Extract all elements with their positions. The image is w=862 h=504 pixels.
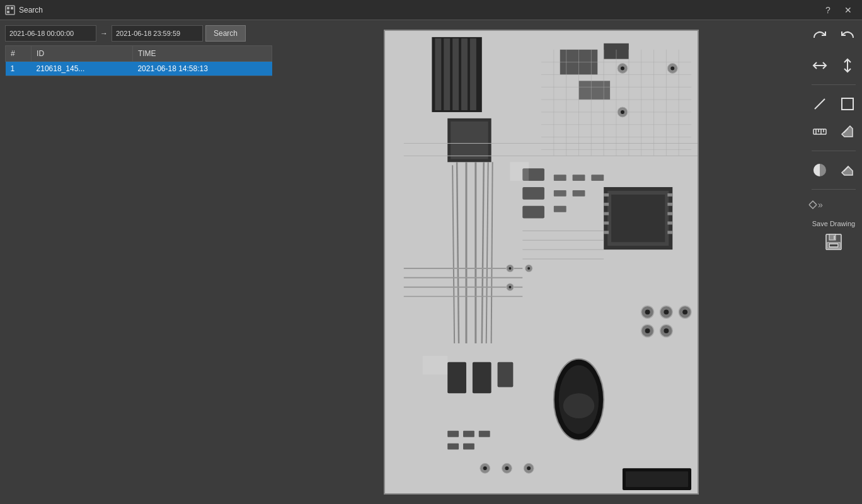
svg-rect-100 — [479, 431, 490, 437]
date-from-input[interactable] — [5, 25, 96, 42]
svg-point-87 — [645, 309, 650, 314]
svg-rect-12 — [451, 122, 488, 159]
separator-3 — [812, 189, 856, 190]
svg-point-93 — [645, 328, 650, 333]
svg-rect-98 — [447, 431, 459, 437]
svg-rect-65 — [667, 193, 672, 197]
svg-rect-75 — [498, 362, 514, 387]
save-drawing-section: Save Drawing — [812, 220, 855, 253]
flip-tools — [808, 54, 859, 77]
search-button[interactable]: Search — [205, 25, 246, 42]
svg-rect-116 — [423, 356, 448, 375]
cell-num: 1 — [6, 62, 32, 76]
window-title: Search — [19, 6, 43, 14]
svg-rect-1 — [7, 7, 9, 9]
svg-point-43 — [621, 67, 624, 71]
svg-rect-66 — [667, 203, 672, 206]
svg-rect-62 — [604, 212, 609, 215]
svg-rect-54 — [554, 190, 566, 197]
col-id: ID — [32, 46, 133, 62]
rotate-tools — [808, 26, 859, 49]
svg-rect-59 — [611, 195, 665, 242]
search-bar: → Search — [5, 25, 272, 42]
separator-2 — [812, 151, 856, 151]
svg-rect-68 — [667, 222, 672, 225]
window-icon — [5, 5, 15, 15]
save-drawing-label: Save Drawing — [812, 220, 855, 228]
svg-rect-50 — [522, 206, 544, 219]
fill-tools — [808, 159, 859, 181]
ruler-button[interactable] — [808, 120, 831, 143]
svg-line-119 — [815, 99, 825, 109]
cell-id: 210618_145... — [32, 62, 133, 76]
svg-rect-101 — [447, 444, 459, 450]
svg-rect-55 — [573, 190, 585, 197]
svg-rect-67 — [667, 212, 672, 215]
svg-point-91 — [682, 309, 687, 314]
image-container — [384, 30, 699, 495]
svg-point-47 — [621, 110, 624, 114]
svg-point-112 — [505, 466, 509, 470]
rotate-cw-button[interactable] — [808, 26, 831, 49]
svg-point-95 — [664, 328, 669, 333]
measure-tools — [808, 120, 859, 143]
rotate-ccw-button[interactable] — [836, 26, 859, 49]
save-drawing-button[interactable] — [822, 231, 845, 253]
svg-rect-6 — [435, 38, 441, 110]
svg-rect-8 — [452, 38, 459, 110]
svg-rect-73 — [447, 362, 466, 394]
svg-rect-51 — [554, 175, 566, 181]
svg-rect-49 — [522, 187, 544, 200]
line-tool-button[interactable] — [808, 93, 831, 115]
svg-rect-63 — [604, 222, 609, 225]
results-table: # ID TIME 1210618_145...2021-06-18 14:58… — [5, 45, 272, 76]
svg-rect-69 — [667, 231, 672, 234]
svg-rect-120 — [842, 98, 853, 110]
date-to-input[interactable] — [112, 25, 203, 42]
draw-tools — [808, 93, 859, 115]
svg-point-114 — [527, 466, 531, 470]
left-panel: → Search # ID TIME 1210618_145...2021-06… — [0, 20, 277, 504]
pcb-image — [385, 31, 698, 493]
center-panel — [277, 20, 805, 504]
titlebar-controls: ? ✕ — [819, 1, 857, 19]
flip-horizontal-button[interactable] — [808, 54, 831, 77]
svg-point-81 — [509, 267, 511, 270]
help-button[interactable]: ? — [819, 1, 837, 19]
separator-1 — [812, 84, 856, 85]
svg-rect-61 — [604, 203, 609, 206]
col-time: TIME — [132, 46, 272, 62]
svg-rect-22 — [579, 81, 611, 100]
date-arrow: → — [99, 29, 109, 38]
collapse-panel-button[interactable]: » — [808, 197, 823, 212]
svg-rect-115 — [510, 162, 529, 181]
close-button[interactable]: ✕ — [839, 1, 857, 19]
svg-rect-10 — [470, 38, 476, 110]
flip-vertical-button[interactable] — [836, 54, 859, 77]
svg-rect-121 — [813, 129, 826, 134]
rect-tool-button[interactable] — [836, 93, 859, 115]
svg-point-110 — [483, 466, 487, 470]
titlebar-left: Search — [5, 5, 43, 15]
table-body: 1210618_145...2021-06-18 14:58:13 — [6, 62, 272, 76]
cell-time: 2021-06-18 14:58:13 — [132, 62, 272, 76]
svg-point-83 — [527, 267, 530, 270]
table-row[interactable]: 1210618_145...2021-06-18 14:58:13 — [6, 62, 272, 76]
svg-rect-52 — [573, 175, 585, 181]
svg-rect-56 — [554, 206, 566, 212]
svg-rect-53 — [591, 175, 604, 181]
main-layout: → Search # ID TIME 1210618_145...2021-06… — [0, 20, 862, 504]
svg-rect-2 — [11, 7, 13, 9]
svg-rect-131 — [829, 244, 838, 247]
svg-rect-99 — [463, 431, 474, 437]
table-header: # ID TIME — [6, 46, 272, 62]
svg-point-45 — [670, 67, 674, 71]
svg-point-72 — [563, 393, 595, 418]
fill-button[interactable] — [808, 159, 831, 181]
pencil-eraser-button[interactable] — [836, 120, 859, 143]
clear-button[interactable] — [836, 159, 859, 181]
svg-rect-7 — [444, 38, 450, 110]
svg-rect-60 — [604, 193, 609, 197]
svg-rect-102 — [463, 444, 474, 450]
svg-point-89 — [664, 309, 669, 314]
